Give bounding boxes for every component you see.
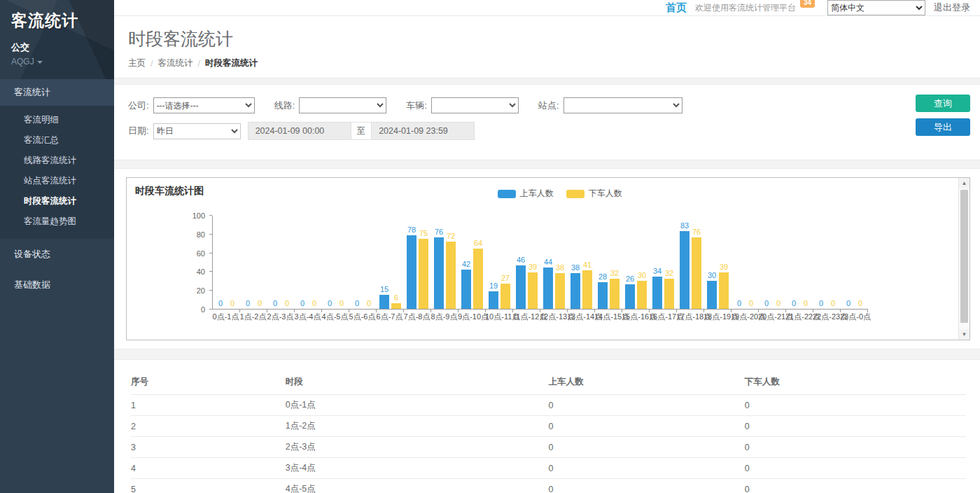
sidebar-item-device-status[interactable]: 设备状态	[0, 239, 114, 270]
chart-bar-column[interactable]: 41	[582, 261, 592, 309]
chart-bar-column[interactable]: 76	[434, 228, 444, 309]
chart-bar-column[interactable]: 0	[337, 299, 346, 309]
chart-bar-column[interactable]: 19	[489, 282, 498, 309]
chart-bar-column[interactable]: 0	[243, 299, 253, 309]
filter-row-selects: 公司: ---请选择--- 线路: 车辆: 站点:	[128, 97, 970, 113]
chart-bar-column[interactable]: 76	[692, 228, 701, 309]
chart-bar-column[interactable]: 0	[816, 299, 826, 309]
notification-badge[interactable]: 34	[800, 0, 815, 8]
table-row[interactable]: 32点-3点00	[131, 437, 966, 458]
station-select[interactable]	[564, 97, 682, 113]
chart-bar-column[interactable]: 30	[707, 271, 717, 309]
bar-value-label: 75	[419, 229, 428, 238]
chart-bar-column[interactable]: 0	[216, 299, 225, 309]
chart-bar-column[interactable]: 0	[352, 299, 362, 309]
chart-bar-column[interactable]: 39	[719, 263, 729, 309]
chart-bar-column[interactable]: 0	[844, 299, 853, 309]
chart-bar-column[interactable]: 39	[528, 263, 538, 309]
chart-bar-column[interactable]: 6	[391, 293, 401, 309]
bar-value-label: 30	[638, 271, 646, 280]
language-select[interactable]: 简体中文	[827, 0, 925, 15]
chart-bar-column[interactable]: 72	[446, 232, 456, 309]
chart-bar-column[interactable]: 0	[309, 299, 319, 309]
x-tick-label: 22点-23点	[813, 312, 840, 322]
chart-bar-column[interactable]: 0	[364, 299, 374, 309]
chart-bar-column[interactable]: 26	[625, 275, 635, 309]
vehicle-select[interactable]	[431, 97, 519, 113]
sidebar-item-passenger-stats[interactable]: 客流统计	[0, 79, 114, 106]
breadcrumb-home[interactable]: 主页	[128, 57, 146, 69]
chart-bar-column[interactable]: 0	[828, 299, 838, 309]
legend-item[interactable]: 下车人数	[566, 188, 622, 200]
chart-bar-column[interactable]: 0	[298, 299, 307, 309]
chart-bar-column[interactable]: 0	[746, 299, 756, 309]
line-select[interactable]	[299, 97, 386, 113]
sidebar-subitem[interactable]: 站点客流统计	[0, 171, 114, 191]
chart-bar-column[interactable]: 44	[543, 258, 553, 309]
bar-value-label: 0	[230, 299, 234, 308]
company-select[interactable]: ---请选择---	[153, 97, 255, 113]
table-cell: 0	[548, 437, 744, 458]
legend-item[interactable]: 上车人数	[498, 188, 554, 200]
chart-bar-column[interactable]: 28	[598, 272, 608, 309]
query-button[interactable]: 查询	[916, 95, 970, 112]
table-row[interactable]: 43点-4点00	[131, 458, 966, 479]
filter-row-date: 日期: 昨日 至	[128, 122, 970, 140]
x-tick-label: 2点-3点	[267, 312, 294, 322]
chart-bar-column[interactable]: 83	[680, 221, 690, 309]
chart-scrollbar[interactable]: ▲ ▼	[958, 178, 969, 340]
chart-bar-column[interactable]: 42	[461, 260, 471, 309]
sidebar-subitem[interactable]: 线路客流统计	[0, 151, 114, 171]
user-dropdown[interactable]: AQGJ	[11, 57, 103, 67]
chart-bar-column[interactable]: 0	[227, 299, 237, 309]
chart-bar-column[interactable]: 32	[664, 269, 674, 309]
chart-bar-column[interactable]: 30	[637, 271, 647, 309]
date-end-input[interactable]	[371, 122, 475, 140]
chart-bar-column[interactable]: 46	[516, 256, 526, 309]
date-start-input[interactable]	[248, 122, 351, 140]
bar-value-label: 26	[626, 275, 634, 284]
chart-bar-column[interactable]: 0	[774, 299, 783, 309]
chart-bar-group: 2630	[622, 216, 650, 309]
table-row[interactable]: 54点-5点00	[131, 479, 966, 493]
bar-value-label: 0	[804, 299, 808, 308]
chart-bar-column[interactable]: 0	[855, 299, 865, 309]
breadcrumb-passenger-stats[interactable]: 客流统计	[158, 57, 192, 69]
chart-bar-column[interactable]: 38	[570, 263, 580, 309]
table-cell: 2点-3点	[286, 437, 549, 458]
bar	[446, 242, 456, 309]
chart-bar-column[interactable]: 0	[270, 299, 280, 309]
export-button[interactable]: 导出	[916, 118, 970, 136]
sidebar-subitem[interactable]: 客流明细	[0, 110, 114, 130]
logout-link[interactable]: 退出登录	[934, 1, 970, 14]
chart-bar-column[interactable]: 32	[610, 269, 620, 309]
chart-bar-column[interactable]: 0	[734, 299, 744, 309]
chart-bar-column[interactable]: 38	[555, 263, 565, 309]
home-link[interactable]: 首页	[666, 1, 687, 15]
scroll-down-icon[interactable]: ▼	[959, 329, 969, 340]
station-label: 站点:	[538, 99, 559, 112]
chart-bar-column[interactable]: 0	[325, 299, 335, 309]
chart-bar-column[interactable]: 0	[282, 299, 292, 309]
sidebar-subitem[interactable]: 客流量趋势图	[0, 211, 114, 232]
chart-bar-column[interactable]: 0	[789, 299, 799, 309]
sidebar-subitem[interactable]: 时段客流统计	[0, 191, 114, 211]
sidebar-submenu: 客流明细客流汇总线路客流统计站点客流统计时段客流统计客流量趋势图	[0, 106, 114, 239]
chart-bar-column[interactable]: 0	[255, 299, 265, 309]
table-row[interactable]: 10点-1点00	[131, 395, 966, 416]
chart-bar-column[interactable]: 0	[762, 299, 771, 309]
chart-bar-column[interactable]: 0	[801, 299, 811, 309]
x-tick-label: 1点-2点	[239, 312, 267, 322]
chart-bar-column[interactable]: 75	[419, 229, 428, 310]
chart-bar-column[interactable]: 34	[652, 267, 662, 309]
sidebar-subitem[interactable]: 客流汇总	[0, 130, 114, 151]
sidebar-item-base-data[interactable]: 基础数据	[0, 270, 114, 300]
scrollbar-thumb[interactable]	[960, 190, 968, 323]
table-row[interactable]: 21点-2点00	[131, 416, 966, 437]
chart-bar-column[interactable]: 27	[500, 274, 510, 309]
date-preset-select[interactable]: 昨日	[153, 123, 241, 139]
chart-bar-column[interactable]: 15	[379, 285, 389, 309]
chart-bar-column[interactable]: 78	[407, 225, 416, 309]
chart-bar-column[interactable]: 64	[473, 239, 483, 309]
scroll-up-icon[interactable]: ▲	[959, 178, 969, 188]
